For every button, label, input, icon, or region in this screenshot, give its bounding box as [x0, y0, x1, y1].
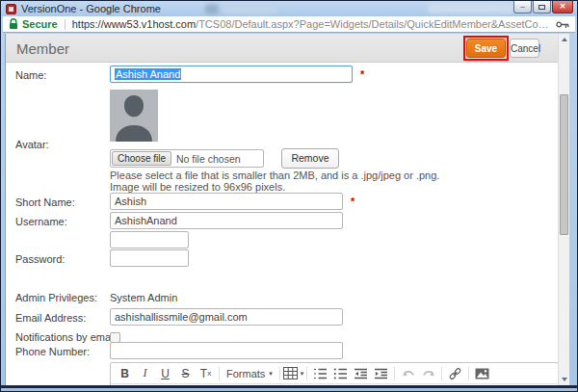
browser-window: VersionOne - Google Chrome – ✕ Secure ht… — [0, 0, 578, 392]
maximize-icon — [539, 5, 545, 10]
table-dropdown[interactable]: ▾ — [283, 364, 304, 383]
decrease-indent-button[interactable] — [351, 364, 371, 383]
italic-button[interactable]: I — [135, 364, 155, 383]
toolbar-separator — [279, 367, 280, 380]
save-button[interactable]: Save — [466, 39, 506, 58]
minimize-icon: – — [520, 3, 524, 11]
avatar-help-line2: Image will be resized to 96x96 pixels. — [110, 181, 285, 193]
avatar-file-input[interactable]: Choose file No file chosen — [110, 149, 264, 168]
increase-indent-icon — [374, 368, 388, 379]
padlock-icon — [9, 18, 18, 30]
minimize-button[interactable]: – — [513, 1, 532, 13]
redacted-blur — [205, 4, 219, 14]
address-bar[interactable]: Secure https://www53.v1host.com /TCS08/D… — [3, 16, 575, 33]
redacted-blur — [223, 5, 278, 13]
image-icon — [475, 368, 489, 379]
window-controls: – ✕ — [512, 1, 573, 13]
title-bar[interactable]: VersionOne - Google Chrome – ✕ — [1, 1, 577, 16]
ordered-list-icon — [313, 368, 328, 379]
url-host: https://www53.v1host.com — [72, 18, 196, 30]
scroll-up-button[interactable] — [559, 34, 569, 45]
page-header: Member Save Cancel — [6, 34, 559, 63]
scroll-down-button[interactable] — [559, 374, 569, 385]
name-label: Name: — [15, 69, 46, 81]
notifications-label: Notifications by email: — [15, 331, 118, 343]
clear-formatting-sub: x — [207, 369, 211, 378]
toolbar-separator — [219, 367, 220, 380]
insert-link-button[interactable] — [445, 364, 465, 383]
remove-avatar-button[interactable]: Remove — [281, 148, 339, 169]
toolbar-separator — [441, 367, 442, 380]
table-icon — [283, 367, 298, 379]
undo-button[interactable] — [398, 364, 418, 383]
redacted-blur — [428, 4, 514, 13]
chevron-down-icon: ▾ — [301, 370, 304, 378]
maximize-button[interactable] — [533, 1, 551, 13]
url-path: /TCS08/Default.aspx?Page=Widgets/Details… — [196, 18, 552, 30]
confirm-password-input[interactable] — [110, 249, 189, 267]
cancel-button[interactable]: Cancel — [510, 39, 539, 58]
password-label: Password: — [15, 253, 65, 265]
email-input[interactable] — [110, 308, 343, 326]
no-file-chosen-text: No file chosen — [176, 153, 241, 165]
short-name-required-marker: * — [351, 196, 355, 207]
admin-privileges-value: System Admin — [110, 292, 177, 303]
short-name-label: Short Name: — [15, 196, 75, 208]
close-icon: ✕ — [560, 3, 566, 11]
short-name-input[interactable] — [110, 193, 343, 210]
choose-file-button[interactable]: Choose file — [112, 151, 171, 166]
clear-formatting-button[interactable]: Tx — [196, 364, 216, 383]
window-bottom-glass — [1, 388, 577, 391]
password-input[interactable] — [110, 231, 189, 248]
member-edit-page: Member Save Cancel Name: Ashish Anand * … — [5, 34, 569, 385]
increase-indent-button[interactable] — [371, 364, 391, 383]
page-scrollbar[interactable] — [558, 34, 569, 385]
bullet-list-button[interactable] — [330, 364, 351, 383]
formats-label: Formats — [226, 368, 265, 379]
key-icon[interactable] — [556, 20, 569, 29]
avatar-image — [110, 90, 158, 142]
url-separator — [65, 19, 66, 30]
scroll-up-icon — [562, 38, 567, 41]
undo-icon — [401, 368, 416, 379]
name-required-marker: * — [360, 68, 364, 80]
close-button[interactable]: ✕ — [552, 1, 573, 13]
username-label: Username: — [15, 216, 67, 227]
toolbar-separator — [394, 367, 395, 380]
email-label: Email Address: — [15, 312, 86, 324]
toolbar-separator — [306, 367, 307, 380]
username-input[interactable] — [110, 212, 343, 229]
insert-image-button[interactable] — [472, 364, 492, 383]
decrease-indent-icon — [354, 368, 368, 379]
page-title: Member — [16, 40, 69, 57]
link-icon — [447, 365, 464, 382]
redo-icon — [421, 368, 436, 379]
scroll-down-icon — [562, 378, 567, 381]
bullet-list-icon — [333, 368, 348, 379]
name-input[interactable]: Ashish Anand — [110, 65, 353, 83]
underline-button[interactable]: U — [155, 364, 175, 383]
editor-toolbar: B I U S Tx Formats ▾ ▾ — [111, 363, 558, 384]
avatar-label: Avatar: — [15, 139, 49, 150]
rich-text-editor[interactable]: B I U S Tx Formats ▾ ▾ — [110, 362, 559, 385]
secure-label: Secure — [22, 18, 58, 30]
strikethrough-button[interactable]: S — [175, 364, 196, 383]
toolbar-separator — [468, 367, 469, 380]
admin-privileges-label: Admin Privileges: — [15, 292, 97, 303]
chevron-down-icon: ▾ — [269, 370, 273, 378]
scrollbar-thumb[interactable] — [560, 94, 568, 235]
bold-button[interactable]: B — [115, 364, 135, 383]
phone-input[interactable] — [110, 342, 343, 359]
name-selected-text: Ashish Anand — [115, 68, 181, 80]
avatar-help-line1: Please select a file that is smaller tha… — [110, 170, 439, 181]
formats-dropdown[interactable]: Formats ▾ — [223, 368, 276, 379]
save-annotation-highlight: Save — [463, 36, 509, 61]
phone-label: Phone Number: — [15, 346, 90, 357]
redo-button[interactable] — [418, 364, 438, 383]
ordered-list-button[interactable] — [310, 364, 330, 383]
clear-formatting-glyph: T — [200, 367, 207, 380]
window-title: VersionOne - Google Chrome — [21, 3, 161, 14]
versionone-favicon — [6, 4, 16, 14]
